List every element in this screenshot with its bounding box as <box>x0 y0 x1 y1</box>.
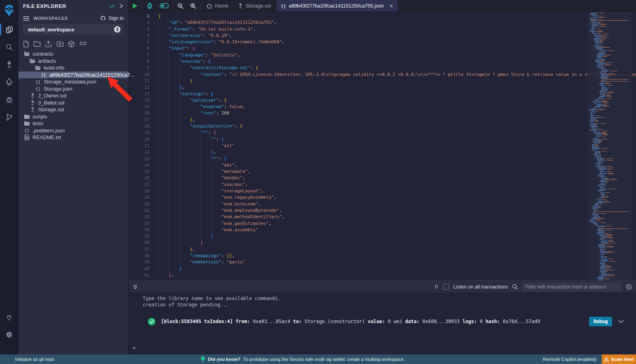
remix-logo-icon[interactable] <box>0 0 18 21</box>
code-line: 9"contracts/Storage.sol": { <box>129 65 636 71</box>
transaction-log-row[interactable]: [block:5583405 txIndex:4] from: 0xa03...… <box>148 316 624 327</box>
upload-folder-icon[interactable] <box>56 41 64 48</box>
code-line: 18"outputSelection": { <box>129 123 636 130</box>
tree-item-readme-txt[interactable]: README.txt <box>18 134 128 141</box>
code-line: 17}, <box>129 117 636 123</box>
collapse-panel-icon[interactable] <box>119 4 124 8</box>
settings-icon[interactable] <box>0 326 18 343</box>
tree-item-label: Storage.json <box>44 86 72 92</box>
workspace-name: default_workspace <box>28 27 74 33</box>
token: : <box>235 124 240 129</box>
listen-all-checkbox[interactable] <box>443 284 449 290</box>
code-text: { <box>149 13 161 19</box>
expand-terminal-icon[interactable] <box>133 284 138 290</box>
tree-item-contracts[interactable]: contracts <box>18 50 128 58</box>
hamburger-menu-icon[interactable] <box>23 16 29 21</box>
indent-guides <box>158 123 190 130</box>
github-sign-in-button[interactable]: Sign in <box>100 15 124 21</box>
search-icon[interactable] <box>0 38 18 56</box>
ai-copilot-button[interactable] <box>143 0 156 12</box>
expand-tx-icon[interactable] <box>618 319 624 323</box>
tree-item-build-info[interactable]: build-info <box>18 64 128 72</box>
tree-item-storage-metadata-json[interactable]: {}Storage_metadata.json <box>18 78 128 85</box>
tree-item-2-owner-sol[interactable]: 2_Owner.sol <box>18 92 128 99</box>
token: : <box>206 52 211 58</box>
zoom-out-button[interactable] <box>174 0 187 12</box>
token: "evm.bytecode" <box>221 201 258 207</box>
indent-guides <box>158 246 190 253</box>
tree-item--prettierrc-json[interactable]: {}.prettierrc.json <box>18 127 128 134</box>
tree-item-storage-json[interactable]: {}Storage.json <box>18 85 128 93</box>
link-icon[interactable] <box>79 41 87 48</box>
solidity-compiler-icon[interactable] <box>0 56 18 73</box>
tree-item-scripts[interactable]: scripts <box>18 113 128 120</box>
file-explorer-icon[interactable] <box>0 21 18 38</box>
code-line: 38"remappings": [], <box>129 253 636 259</box>
code-line: 14"optimizer": { <box>129 97 636 104</box>
code-line: 31"evm.deployedBytecode", <box>129 207 636 214</box>
git-init-button[interactable]: Initialize as git repo <box>0 357 54 362</box>
debug-button[interactable]: Debug <box>589 317 612 326</box>
close-tab-icon[interactable]: × <box>390 2 393 9</box>
token: "optimizer" <box>190 98 219 103</box>
line-number: 5 <box>129 39 149 45</box>
token: "// SPDX-License-Identifier: GPL-3.0\n\n… <box>229 72 636 77</box>
code-line: 16"runs": 200 <box>129 110 636 116</box>
plugin-manager-icon[interactable] <box>0 308 18 326</box>
run-script-button[interactable] <box>129 0 141 12</box>
line-number: 34 <box>129 227 149 233</box>
tree-item-tests[interactable]: tests <box>18 120 128 127</box>
token: { <box>211 91 213 97</box>
code-text: "devdoc", <box>149 175 245 181</box>
token: } <box>190 78 192 83</box>
tree-item-artifacts[interactable]: artifacts <box>18 58 128 65</box>
token: , <box>192 247 195 252</box>
deploy-run-icon[interactable] <box>0 73 18 91</box>
code-text: "storageLayout", <box>149 188 264 194</box>
upload-file-icon[interactable] <box>45 41 52 48</box>
copilot-status[interactable]: RemixAI Copilot (enabled) <box>543 357 596 362</box>
token: : <box>213 39 219 45</box>
token: { <box>158 14 161 19</box>
terminal[interactable]: Type the library name to see available c… <box>129 292 636 354</box>
indent-guides <box>158 84 179 91</box>
indent-guides <box>158 58 179 65</box>
line-number: 12 <box>129 84 149 91</box>
tab-home[interactable]: Home <box>202 0 233 12</box>
tab-a69b43f277ba20fcac141151250ca755-json[interactable]: {}a69b43f277ba20fcac141151250ca755.json× <box>276 0 398 12</box>
tip-text: To prototype using the Gnosis safe multi… <box>243 357 405 362</box>
tree-item-3-ballot-sol[interactable]: 3_Ballot.sol <box>18 99 128 106</box>
token: : <box>179 20 184 25</box>
indent-guides <box>158 72 200 78</box>
tx-count: 0 <box>435 284 438 290</box>
terminal-prompt[interactable]: > <box>133 345 136 351</box>
code-line: 37}, <box>129 246 636 253</box>
tree-item-storage-sol[interactable]: Storage.sol <box>18 106 128 113</box>
new-folder-icon[interactable] <box>33 41 41 48</box>
load-box-icon[interactable] <box>68 41 75 48</box>
zoom-in-button[interactable] <box>187 0 200 12</box>
tree-item-a69b43f277ba20fcac141151250ca7-[interactable]: {}a69b43f277ba20fcac141151250ca7... <box>18 72 128 79</box>
debugger-icon[interactable] <box>0 91 18 108</box>
indent-guides <box>158 207 221 214</box>
tx-filter-input[interactable] <box>522 283 622 291</box>
listen-all-label: Listen on all transactions <box>453 284 508 290</box>
workspace-select[interactable]: default_workspace <box>23 24 124 35</box>
code-text: } <box>149 240 203 246</box>
token: { <box>240 124 242 129</box>
line-number: 13 <box>129 91 149 97</box>
code-line: 36} <box>129 240 636 246</box>
git-icon[interactable] <box>0 108 18 126</box>
copilot-toggle[interactable] <box>156 0 172 12</box>
code-text: "content": "// SPDX-License-Identifier: … <box>149 72 636 78</box>
tab-storage-sol[interactable]: Storage.sol <box>233 0 276 12</box>
line-number: 14 <box>129 97 149 104</box>
new-file-icon[interactable] <box>23 41 29 48</box>
token: , <box>235 163 237 168</box>
scam-alert-button[interactable]: Scam Alert <box>602 354 636 364</box>
clear-console-icon[interactable] <box>626 284 632 290</box>
code-editor[interactable]: 1{2"id": "a69b43f277ba20fcac141151250ca7… <box>129 12 636 281</box>
tree-item-label: scripts <box>33 114 47 120</box>
editor-minimap[interactable] <box>587 12 632 281</box>
code-line: 39"evmVersion": "paris" <box>129 259 636 265</box>
